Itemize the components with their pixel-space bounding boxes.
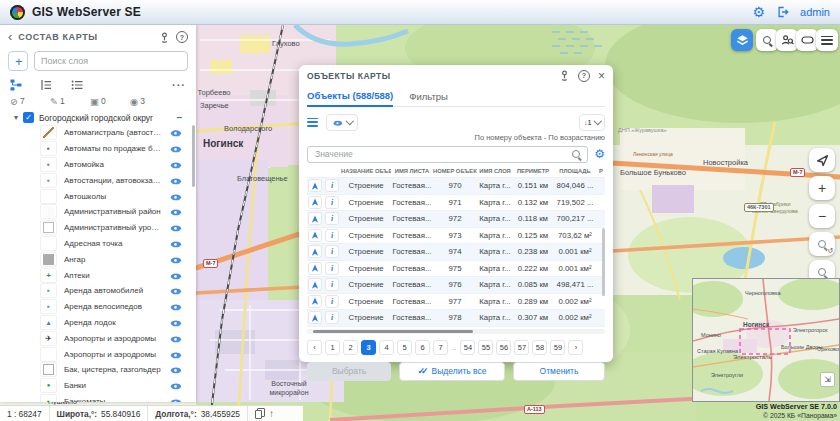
layer-item[interactable]: ●Банки — [40, 378, 196, 394]
tree-collapse-icon[interactable]: ▾ — [14, 113, 18, 122]
tab-filters[interactable]: Фильтры — [409, 91, 448, 106]
page-button[interactable]: 7 — [433, 340, 448, 355]
table-row[interactable]: i СтроениеГостевая...971Карта г...0.132 … — [307, 195, 605, 212]
visibility-eye-icon[interactable] — [170, 333, 181, 344]
grouped-list-view-icon[interactable] — [40, 79, 53, 91]
dialog-help-icon[interactable]: ? — [578, 70, 590, 82]
more-options-icon[interactable]: ··· — [172, 79, 186, 91]
flat-list-view-icon[interactable] — [71, 79, 84, 91]
layer-item[interactable]: ▪Банкоматы — [40, 394, 196, 402]
page-button[interactable]: 55 — [478, 340, 493, 355]
visibility-eye-icon[interactable] — [170, 159, 181, 170]
visibility-eye-icon[interactable] — [170, 380, 181, 391]
sidebar-scrollbar[interactable] — [192, 125, 195, 187]
tree-view-icon[interactable] — [10, 79, 22, 91]
close-icon[interactable]: × — [598, 71, 605, 81]
col-sheet-name[interactable]: ИМЯ ЛИСТА — [391, 168, 433, 174]
address-search-tool-button[interactable] — [776, 29, 798, 51]
layer-item[interactable]: ▪Аренда автомобилей — [40, 283, 196, 299]
layer-item[interactable]: ▪Автостанции, автовокзалы — [40, 172, 196, 188]
object-info-button[interactable]: i — [325, 179, 339, 192]
visibility-eye-icon[interactable] — [170, 270, 181, 281]
user-menu[interactable]: admin — [800, 6, 830, 18]
table-row[interactable]: i СтроениеГостевая...970Карта г...0.151 … — [307, 178, 605, 195]
table-row[interactable]: i СтроениеГостевая...978Карта г...0.307 … — [307, 310, 605, 327]
table-row[interactable]: i СтроениеГостевая...977Карта г...0.289 … — [307, 294, 605, 311]
object-info-button[interactable]: i — [325, 196, 339, 209]
col-object-name[interactable]: НАЗВАНИЕ ОБЪЕКТА — [341, 168, 391, 174]
search-tool-button[interactable] — [756, 29, 778, 51]
visibility-eye-icon[interactable] — [170, 301, 181, 312]
col-layer-name[interactable]: ИМЯ СЛОЯ — [477, 168, 513, 174]
table-row[interactable]: i СтроениеГостевая...974Карта г...0.238 … — [307, 244, 605, 261]
locate-object-button[interactable] — [308, 278, 322, 291]
visibility-eye-icon[interactable] — [170, 191, 181, 202]
prev-page-button[interactable]: ‹ — [307, 340, 322, 355]
table-horizontal-scrollbar[interactable] — [307, 329, 605, 334]
settings-gear-icon[interactable]: ⚙ — [752, 5, 765, 19]
page-button[interactable]: 59 — [550, 340, 565, 355]
locate-object-button[interactable] — [308, 212, 322, 225]
layer-item[interactable]: ▪Автоматы по продаже билетов, н... — [40, 141, 196, 157]
logout-icon[interactable] — [776, 6, 789, 18]
visibility-eye-icon[interactable] — [170, 206, 181, 217]
col-perimeter[interactable]: ПЕРИМЕТР — [513, 168, 553, 174]
geolocation-button[interactable] — [809, 148, 835, 172]
layer-item[interactable]: ▪Аренда велосипедов — [40, 299, 196, 315]
collapse-panel-icon[interactable]: ‹ — [8, 32, 12, 42]
page-button[interactable]: 58 — [532, 340, 547, 355]
value-search-input[interactable] — [313, 148, 567, 160]
layer-item[interactable]: Автомагистраль (автострада) — [40, 125, 196, 141]
opacity-slider-icon[interactable]: – — [176, 112, 182, 123]
layer-item[interactable]: Автошколы — [40, 188, 196, 204]
page-button[interactable]: 57 — [514, 340, 529, 355]
layer-item[interactable]: Аэропорты и аэродромы — [40, 346, 196, 362]
overview-minimap[interactable]: Черноголовка Ногинск Электрогорск Больши… — [692, 278, 840, 402]
locate-object-button[interactable] — [308, 295, 322, 308]
layer-item[interactable]: Административный уровень 7 — [40, 220, 196, 236]
page-button[interactable]: 2 — [343, 340, 358, 355]
layer-item[interactable]: Ангар — [40, 251, 196, 267]
visibility-eye-icon[interactable] — [170, 285, 181, 296]
tab-objects[interactable]: Объекты (588/588) — [307, 90, 393, 107]
visibility-eye-icon[interactable] — [170, 127, 181, 138]
visibility-eye-icon[interactable] — [170, 143, 181, 154]
search-settings-gear-icon[interactable]: ⚙ — [594, 147, 605, 161]
locate-object-button[interactable] — [308, 311, 322, 324]
page-button[interactable]: 6 — [415, 340, 430, 355]
object-info-button[interactable]: i — [325, 262, 339, 275]
visibility-eye-icon[interactable] — [170, 238, 181, 249]
visibility-eye-icon[interactable] — [170, 349, 181, 360]
root-layer-row[interactable]: ▾ ✓ Богородский городской округ – — [0, 110, 196, 125]
cancel-button[interactable]: Отменить — [513, 362, 605, 381]
root-layer-checkbox[interactable]: ✓ — [23, 112, 34, 123]
zoom-in-button[interactable]: + — [809, 176, 835, 200]
table-row[interactable]: i СтроениеГостевая...973Карта г...0.125 … — [307, 228, 605, 245]
object-info-button[interactable]: i — [325, 311, 339, 324]
layer-item[interactable]: Административный район — [40, 204, 196, 220]
object-info-button[interactable]: i — [325, 295, 339, 308]
layer-search-input[interactable] — [34, 51, 188, 71]
visibility-eye-icon[interactable] — [170, 396, 181, 402]
search-icon[interactable] — [571, 149, 582, 160]
layers-tool-button[interactable] — [731, 29, 753, 51]
copy-coordinates-icon[interactable] — [255, 408, 265, 419]
select-all-button[interactable]: ✓✓Выделить все — [399, 362, 505, 381]
object-info-button[interactable]: i — [325, 278, 339, 291]
measure-tool-button[interactable] — [796, 29, 818, 51]
help-icon[interactable]: ? — [176, 31, 188, 43]
col-object-number[interactable]: НОМЕР ОБЪЕКТА — [433, 168, 477, 174]
layer-item[interactable]: ▪Автомойка — [40, 157, 196, 173]
sort-dropdown[interactable]: ↓1 — [579, 114, 605, 131]
visibility-eye-icon[interactable] — [170, 175, 181, 186]
table-row[interactable]: i СтроениеГостевая...972Карта г...0.118 … — [307, 211, 605, 228]
locate-object-button[interactable] — [308, 229, 322, 242]
page-button[interactable]: 1 — [325, 340, 340, 355]
zoom-out-button[interactable]: − — [809, 204, 835, 228]
page-button[interactable]: 4 — [379, 340, 394, 355]
select-button[interactable]: Выбрать — [307, 362, 391, 381]
locate-object-button[interactable] — [308, 196, 322, 209]
pin-dialog-icon[interactable] — [559, 70, 570, 81]
col-next[interactable]: Р — [597, 168, 605, 174]
page-button[interactable]: 5 — [397, 340, 412, 355]
